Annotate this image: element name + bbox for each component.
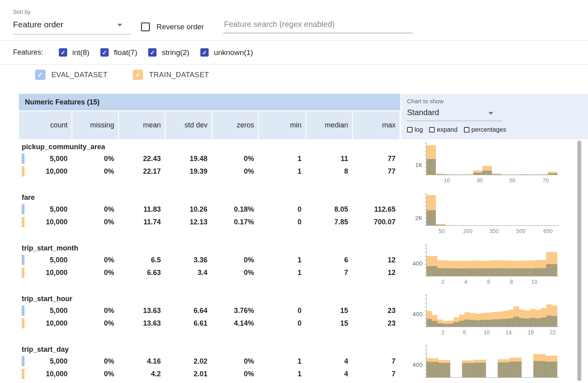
stat-cell-median: 8.05 (306, 205, 352, 214)
stat-cell-missing: 0% (72, 307, 118, 315)
feature-type-filter-row: Features: ✓ int(8) ✓ float(7) ✓ string(2… (0, 41, 588, 64)
stat-cell-min: 0 (259, 205, 305, 214)
feature-name: pickup_community_area (19, 141, 400, 152)
column-header-zeros: zeros (212, 111, 258, 139)
eval-bar (482, 171, 492, 175)
sort-order-dropdown[interactable]: Feature order (13, 20, 131, 34)
stat-cell-missing: 0% (72, 218, 118, 226)
checkbox-checked-icon[interactable]: ✓ (148, 48, 156, 57)
eval-bar (535, 319, 541, 327)
y-axis-label: 400 (413, 361, 422, 368)
filter-string-label: string(2) (162, 48, 189, 57)
feature-stats: trip_start_day5,0000%4.162.020%14710,000… (19, 342, 400, 383)
eval-bar (533, 361, 545, 377)
feature-name: trip_start_day (19, 344, 400, 355)
chevron-down-icon (117, 24, 122, 27)
train-dataset-color-chip (22, 318, 24, 328)
feature-chart: 2K50200350500650 (400, 190, 588, 241)
stat-row-train: 10,0000%6.633.40%1712 (19, 266, 400, 279)
eval-bar (470, 320, 475, 327)
stat-row-eval: 5,0000%6.53.360%1612 (19, 254, 400, 266)
checkbox-unchecked-icon[interactable] (464, 127, 469, 133)
reverse-order-checkbox[interactable]: Reverse order (141, 23, 204, 31)
stat-cell-median: 4 (306, 357, 352, 366)
feature-chart: 400246810 (400, 241, 588, 291)
chart-type-dropdown[interactable]: Standard (407, 108, 502, 121)
eval-bar (426, 319, 432, 327)
eval-bar (426, 266, 437, 276)
column-header-min: min (259, 111, 305, 139)
stat-cell-missing: 0% (72, 155, 118, 163)
stat-cell-count: 10,000 (19, 218, 72, 226)
eval-bar (465, 320, 470, 327)
feature-row: fare5,0000%11.8310.260.18%08.05112.6510,… (19, 190, 588, 241)
checkbox-unchecked-icon[interactable] (429, 127, 435, 133)
x-tick-label: 10 (484, 329, 490, 336)
histogram-chart: 1K10305070 (400, 141, 586, 186)
stat-cell-count: 10,000 (19, 269, 72, 277)
checkbox-checked-icon[interactable]: ✓ (100, 48, 109, 57)
dataset-toggle-eval[interactable]: ✓ EVAL_DATASET (35, 70, 107, 80)
y-axis-label: 400 (413, 311, 422, 317)
stat-cell-min: 1 (259, 155, 305, 163)
x-tick-label: 2 (441, 329, 445, 336)
x-tick-label: 4 (464, 279, 467, 285)
train-dataset-color-chip (22, 267, 24, 278)
eval-bar (473, 173, 482, 175)
stat-cell-zeros: 0% (212, 155, 258, 163)
stat-cell-std-dev: 2.01 (166, 370, 211, 378)
histogram-chart: 2K50200350500650 (400, 192, 586, 237)
checkbox-unchecked-icon[interactable] (141, 23, 150, 31)
log-label: log (415, 126, 423, 133)
expand-checkbox[interactable]: expand (429, 126, 458, 133)
stat-cell-std-dev: 6.61 (166, 319, 211, 328)
feature-row: trip_start_day5,0000%4.162.020%14710,000… (19, 342, 588, 383)
search-input[interactable] (223, 18, 413, 33)
stat-row-eval: 5,0000%22.4319.480%11177 (19, 152, 400, 165)
eval-checkbox-icon[interactable]: ✓ (35, 70, 45, 80)
x-tick-label: 10 (531, 279, 537, 285)
stat-cell-max: 23 (353, 307, 400, 315)
eval-bar (514, 268, 525, 276)
stat-cell-zeros: 0% (212, 370, 258, 378)
stat-row-eval: 5,0000%11.8310.260.18%08.05112.65 (19, 203, 400, 216)
stat-cell-mean: 22.17 (119, 167, 165, 176)
chart-type-value: Standard (407, 108, 439, 117)
stat-cell-min: 0 (259, 218, 305, 226)
filter-string[interactable]: ✓ string(2) (148, 48, 189, 57)
dataset-toggle-train[interactable]: ✓ TRAIN_DATASET (133, 70, 209, 80)
checkbox-checked-icon[interactable]: ✓ (59, 48, 67, 57)
feature-list: pickup_community_area5,0000%22.4319.480%… (19, 139, 588, 383)
feature-row: trip_start_hour5,0000%13.636.643.76%0152… (19, 291, 588, 342)
train-dataset-label: TRAIN_DATASET (149, 71, 209, 79)
eval-bar (426, 210, 436, 226)
stat-row-eval: 5,0000%4.162.020%147 (19, 355, 400, 368)
stat-cell-mean: 11.83 (119, 205, 165, 214)
feature-row: pickup_community_area5,0000%22.4319.480%… (19, 139, 588, 190)
stat-cell-std-dev: 19.48 (166, 155, 211, 163)
histogram-chart: 400246810 (400, 242, 586, 287)
vertical-scrollbar[interactable] (577, 140, 581, 381)
stat-cell-max: 12 (353, 269, 400, 277)
train-checkbox-icon[interactable]: ✓ (133, 70, 143, 80)
stat-cell-median: 15 (306, 307, 352, 315)
stat-cell-zeros: 0.17% (212, 218, 258, 226)
checkbox-unchecked-icon[interactable] (407, 127, 413, 133)
log-checkbox[interactable]: log (407, 126, 423, 133)
sort-by-label: Sort by (13, 9, 30, 15)
feature-row: trip_start_month5,0000%6.53.360%161210,0… (19, 241, 588, 291)
filter-float[interactable]: ✓ float(7) (100, 48, 137, 57)
stat-cell-mean: 4.2 (119, 370, 165, 378)
checkbox-checked-icon[interactable]: ✓ (200, 48, 209, 57)
x-tick-label: 350 (490, 228, 499, 234)
stat-cell-count: 10,000 (19, 319, 72, 328)
eval-bar (438, 363, 450, 377)
stat-cell-missing: 0% (72, 256, 118, 264)
filter-int[interactable]: ✓ int(8) (59, 48, 89, 57)
eval-bar (524, 268, 535, 276)
eval-bar (426, 159, 436, 175)
eval-bar (459, 320, 465, 327)
filter-unknown[interactable]: ✓ unknown(1) (200, 48, 253, 57)
stat-row-eval: 5,0000%13.636.643.76%01523 (19, 304, 400, 317)
percentages-checkbox[interactable]: percentages (464, 126, 506, 133)
